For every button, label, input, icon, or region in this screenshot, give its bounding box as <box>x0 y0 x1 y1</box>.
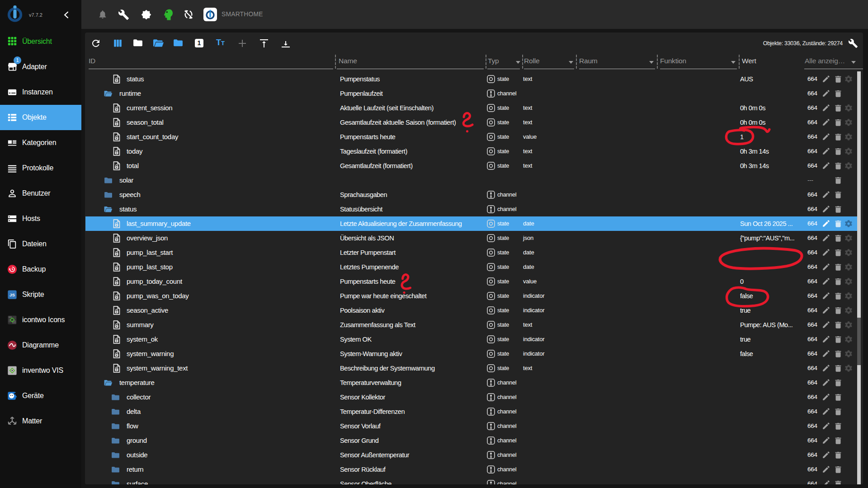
svg-text:JS: JS <box>9 292 15 297</box>
